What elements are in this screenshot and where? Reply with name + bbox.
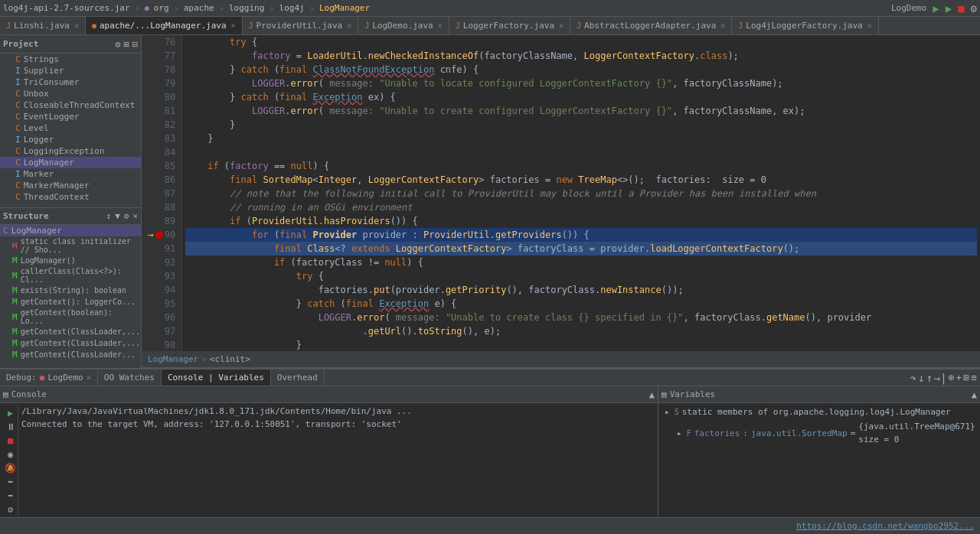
tab-logmanager[interactable]: ● apache/...LogManager.java × xyxy=(86,17,243,34)
editor-content[interactable]: 76 77 78 79 80 81 82 83 84 85 86 87 88 8… xyxy=(142,35,980,351)
code-line-92: if (factoryClass != null) { xyxy=(185,256,977,269)
class-icon: C xyxy=(15,181,21,190)
status-url[interactable]: https://blog.csdn.net/wangbo2952... xyxy=(796,521,974,531)
struct-item-callerclass[interactable]: M callerClass(Class<?>): Cl... xyxy=(0,266,141,285)
debug-session-name[interactable]: LogDemo xyxy=(47,373,83,383)
code-line-91: final Class<? extends LoggerContextFacto… xyxy=(185,242,977,256)
evaluate-icon[interactable]: ⊕ xyxy=(949,372,955,383)
pause-icon[interactable]: ⏸ xyxy=(6,422,15,432)
tree-item-strings[interactable]: C Strings xyxy=(0,54,141,65)
step-into-icon[interactable]: ↓ xyxy=(918,372,924,384)
tree-item-logmanager[interactable]: C LogManager xyxy=(0,157,141,168)
resume-icon[interactable]: ▶ xyxy=(8,408,13,418)
struct-item-getcontext1[interactable]: M getContext(): LoggerCo... xyxy=(0,296,141,308)
tree-item-loggingexception[interactable]: C LoggingException xyxy=(0,145,141,157)
add-watch-icon[interactable]: + xyxy=(956,372,962,383)
tab-loggerfactory[interactable]: J LoggerFactory.java × xyxy=(449,17,570,34)
sort-icon[interactable]: ↕ xyxy=(106,211,112,221)
method-icon: M xyxy=(12,271,18,281)
tab-providerutil[interactable]: J ProviderUtil.java × xyxy=(243,17,359,34)
ln-91: 91 xyxy=(148,242,175,256)
filter-icon[interactable]: ▼ xyxy=(115,211,120,221)
breadcrumb-logmanager[interactable]: LogManager xyxy=(148,354,198,364)
tab-log4jlogger[interactable]: J Log4jLoggerFactory.java × xyxy=(732,17,878,34)
debug-session-tab[interactable]: Debug: ● LogDemo × xyxy=(0,370,98,386)
step-over-icon[interactable]: ↷ xyxy=(910,372,916,384)
tree-item-unbox[interactable]: C Unbox xyxy=(0,88,141,99)
struct-item-exists[interactable]: M exists(String): boolean xyxy=(0,285,141,296)
frame-back-icon[interactable]: ⬅ xyxy=(8,477,13,487)
bottom-tab-watches[interactable]: OO Watches xyxy=(98,370,162,386)
var-item-static[interactable]: ▸ S static members of org.apache.logging… xyxy=(662,405,977,419)
bottom-tab-console-vars[interactable]: Console | Variables xyxy=(162,370,271,386)
settings-icon[interactable]: ⚙ xyxy=(124,211,129,221)
tree-item-markermanager[interactable]: C MarkerManager xyxy=(0,180,141,191)
struct-item-constructor[interactable]: M LogManager() xyxy=(0,255,141,266)
breakpoint-indicator xyxy=(155,231,163,239)
item-label: ThreadContext xyxy=(24,192,90,202)
close-icon[interactable]: × xyxy=(720,21,725,30)
view-breakpoints-icon[interactable]: ◉ xyxy=(8,449,13,460)
sidebar-collapse-icon[interactable]: ⊟ xyxy=(132,39,138,50)
tree-item-threadcontext[interactable]: C ThreadContext xyxy=(0,191,141,203)
collapse-icon[interactable]: ▲ xyxy=(649,389,655,400)
struct-item-clinit[interactable]: M static class initializer // Sho... xyxy=(0,236,141,255)
step-out-icon[interactable]: ↑ xyxy=(926,372,932,384)
breadcrumb-clinit[interactable]: <clinit> xyxy=(210,354,250,364)
debug-run-button[interactable]: ▶ xyxy=(933,2,939,15)
tree-item-closeablethreadcontext[interactable]: C CloseableThreadContext xyxy=(0,99,141,111)
sidebar-expand-icon[interactable]: ⊞ xyxy=(124,39,129,50)
code-line-87: // note that the following initial call … xyxy=(185,187,977,200)
struct-item-getcontext5[interactable]: M getContext(ClassLoader... xyxy=(0,349,141,360)
bottom-tab-overhead[interactable]: Overhead xyxy=(271,370,325,386)
close-structure-icon[interactable]: × xyxy=(132,211,138,221)
tab-logdemo[interactable]: J LogDemo.java × xyxy=(358,17,449,34)
close-icon[interactable]: × xyxy=(559,21,564,30)
run-to-cursor-icon[interactable]: →| xyxy=(934,372,947,384)
code-line-76: try { xyxy=(185,35,977,49)
stop-button[interactable]: ■ xyxy=(958,2,964,15)
sidebar-gear-icon[interactable]: ⚙ xyxy=(115,39,120,50)
struct-item-getcontext3[interactable]: M getContext(ClassLoader,... xyxy=(0,326,141,337)
line-numbers-col: 76 77 78 79 80 81 82 83 84 85 86 87 88 8… xyxy=(142,35,182,351)
close-session-icon[interactable]: × xyxy=(87,373,91,382)
settings-debug-icon[interactable]: ⚙ xyxy=(8,504,13,515)
code-line-83: } xyxy=(185,132,977,145)
tree-item-marker[interactable]: I Marker xyxy=(0,168,141,180)
close-icon[interactable]: × xyxy=(438,21,443,30)
tree-item-level[interactable]: C Level xyxy=(0,122,141,134)
close-icon[interactable]: × xyxy=(74,21,79,30)
tree-item-triconsumer[interactable]: I TriConsumer xyxy=(0,77,141,88)
ln-97: 97 xyxy=(148,324,175,338)
tab-linshi[interactable]: J Linshi.java × xyxy=(0,17,86,34)
var-name: factories xyxy=(694,427,740,440)
interface-icon: I xyxy=(15,169,21,179)
gear-icon[interactable]: ⚙ xyxy=(971,2,977,15)
method-icon: M xyxy=(12,256,18,265)
struct-item-getcontext2[interactable]: M getContext(boolean): Lo... xyxy=(0,308,141,326)
tree-item-logger[interactable]: I Logger xyxy=(0,134,141,145)
restore-layout-icon[interactable]: ⊞ xyxy=(963,372,969,383)
item-label: EventLogger xyxy=(24,112,80,122)
expand-static-icon[interactable]: ▸ xyxy=(665,405,670,418)
expand-factories-icon[interactable]: ▸ xyxy=(677,427,682,440)
close-icon[interactable]: × xyxy=(867,21,872,30)
tree-item-eventlogger[interactable]: C EventLogger xyxy=(0,111,141,122)
code-line-77: factory = LoaderUtil.newCheckedInstanceO… xyxy=(185,49,977,63)
close-icon[interactable]: × xyxy=(347,21,351,30)
mute-icon[interactable]: 🔕 xyxy=(5,463,16,474)
var-type: java.util.SortedMap xyxy=(751,427,848,440)
var-item-factories[interactable]: ▸ F factories : java.util.SortedMap = {j… xyxy=(662,419,977,447)
settings-icon[interactable]: ≡ xyxy=(971,372,977,383)
code-col[interactable]: try { factory = LoaderUtil.newCheckedIns… xyxy=(182,35,980,351)
struct-item-logmanager[interactable]: C LogManager xyxy=(0,225,141,236)
struct-item-getcontext4[interactable]: M getContext(ClassLoader,... xyxy=(0,337,141,349)
close-icon[interactable]: × xyxy=(231,21,236,30)
run-button[interactable]: ▶ xyxy=(946,2,952,15)
ln-79: 79 xyxy=(148,77,175,90)
frame-fwd-icon[interactable]: ➡ xyxy=(8,490,13,501)
collapse-vars-icon[interactable]: ▲ xyxy=(972,389,977,400)
stop-debug-icon[interactable]: ■ xyxy=(8,435,13,446)
tree-item-supplier[interactable]: I Supplier xyxy=(0,65,141,77)
tab-abstractlogger[interactable]: J AbstractLoggerAdapter.java × xyxy=(570,17,732,34)
